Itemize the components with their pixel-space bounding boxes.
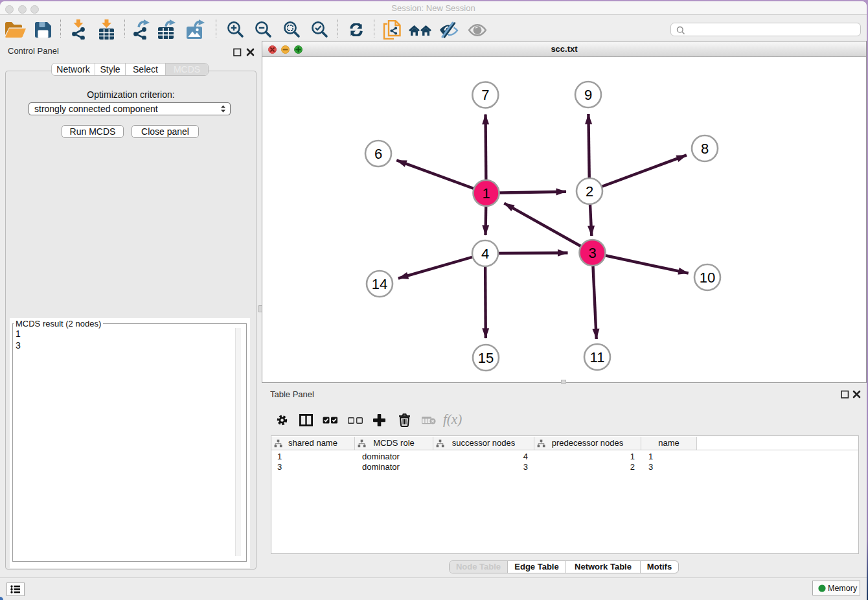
svg-text:10: 10 [700,270,715,286]
svg-text:4: 4 [481,246,489,262]
svg-text:9: 9 [584,87,592,103]
svg-text:3: 3 [588,245,596,261]
svg-text:15: 15 [478,350,494,366]
svg-text:8: 8 [701,141,709,157]
svg-text:11: 11 [590,349,605,365]
svg-text:7: 7 [481,87,489,103]
svg-text:2: 2 [586,183,593,200]
svg-text:14: 14 [372,276,387,292]
svg-text:1: 1 [482,185,490,202]
svg-text:6: 6 [374,146,382,162]
